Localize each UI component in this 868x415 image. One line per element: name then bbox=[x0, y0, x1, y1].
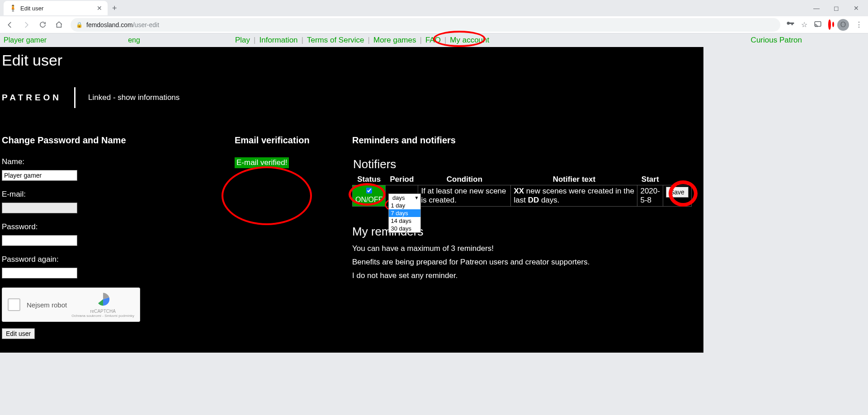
site-header: Player gamer eng Play| Information| Term… bbox=[0, 33, 868, 47]
nav-more-games[interactable]: More games bbox=[373, 36, 416, 45]
divider bbox=[74, 87, 75, 108]
close-window-icon[interactable]: ✕ bbox=[852, 5, 861, 12]
period-option[interactable]: 14 days bbox=[389, 217, 420, 225]
nav-tos[interactable]: Terms of Service bbox=[307, 36, 364, 45]
nav-information[interactable]: Information bbox=[259, 36, 298, 45]
email-input[interactable] bbox=[2, 203, 77, 213]
nav-player[interactable]: Player gamer bbox=[4, 36, 47, 44]
period-option[interactable]: 30 days bbox=[389, 225, 420, 232]
notifiers-heading: Notifiers bbox=[353, 157, 702, 171]
password-again-label: Password again: bbox=[2, 255, 235, 264]
url-host: femdosland.com bbox=[86, 21, 133, 28]
status-cell[interactable]: ON/OFF bbox=[353, 185, 386, 207]
start-cell: 2020-5-8 bbox=[637, 185, 663, 207]
nav-faq[interactable]: FAQ bbox=[425, 36, 441, 45]
nav-center: Play| Information| Terms of Service| Mor… bbox=[235, 36, 489, 45]
nav-my-account[interactable]: My account bbox=[450, 36, 489, 45]
browser-chrome: 🧍 Edit user ✕ + ― ◻ ✕ 🔒 femdosland.com/u… bbox=[0, 0, 868, 33]
window-controls: ― ◻ ✕ bbox=[812, 5, 868, 12]
forward-button[interactable] bbox=[20, 19, 33, 31]
condition-cell: If at least one new scene is created. bbox=[418, 185, 511, 207]
email-label: E-mail: bbox=[2, 190, 235, 199]
status-label: ON/OFF bbox=[355, 196, 382, 204]
star-icon[interactable]: ☆ bbox=[801, 20, 807, 29]
section-title-email-verification: Email verification bbox=[235, 135, 352, 146]
th-notifier-text: Notifier text bbox=[511, 174, 637, 185]
opera-extension-icon[interactable] bbox=[828, 21, 831, 29]
period-option-selected[interactable]: 7 days bbox=[389, 209, 420, 217]
password-input[interactable] bbox=[2, 235, 77, 246]
edit-user-button[interactable]: Edit user bbox=[2, 328, 35, 339]
th-condition: Condition bbox=[418, 174, 511, 185]
cast-icon[interactable] bbox=[814, 20, 822, 30]
recaptcha-label: Nejsem robot bbox=[27, 301, 67, 309]
browser-toolbar: 🔒 femdosland.com/user-edit ☆ O ⋮ bbox=[0, 16, 868, 33]
period-dropdown-open[interactable]: days▼ 1 day 7 days 14 days 30 days bbox=[388, 193, 421, 233]
patreon-logo: PATREON bbox=[2, 93, 61, 103]
reminders-line-2: Benefits are being prepared for Patreon … bbox=[352, 258, 702, 267]
recaptcha-logo: reCAPTCHA Ochrana soukromí - Smluvní pod… bbox=[71, 292, 134, 318]
email-verification-section: Email verification E-mail verified! bbox=[235, 135, 352, 339]
home-button[interactable] bbox=[52, 19, 65, 31]
back-button[interactable] bbox=[4, 19, 16, 31]
status-checkbox[interactable] bbox=[366, 188, 372, 193]
password-again-input[interactable] bbox=[2, 268, 77, 278]
reload-button[interactable] bbox=[36, 19, 49, 31]
section-title-reminders: Reminders and notifiers bbox=[352, 135, 702, 146]
page-body: Edit user PATREON Linked - show informat… bbox=[0, 47, 703, 353]
section-title-change-password: Change Password and Name bbox=[2, 135, 235, 146]
tab-title: Edit user bbox=[20, 5, 43, 12]
chevron-down-icon: ▼ bbox=[415, 195, 419, 200]
name-label: Name: bbox=[2, 157, 235, 166]
page-title: Edit user bbox=[2, 52, 702, 69]
patreon-link[interactable]: Linked - show informations bbox=[88, 93, 179, 102]
key-icon[interactable] bbox=[786, 19, 795, 30]
close-tab-icon[interactable]: ✕ bbox=[97, 5, 102, 12]
address-bar[interactable]: 🔒 femdosland.com/user-edit bbox=[71, 18, 780, 32]
period-option[interactable]: 1 day bbox=[389, 202, 420, 209]
lock-icon: 🔒 bbox=[76, 22, 83, 28]
url-path: /user-edit bbox=[133, 21, 159, 28]
recaptcha-widget[interactable]: Nejsem robot reCAPTCHA Ochrana soukromí … bbox=[2, 288, 140, 322]
new-tab-button[interactable]: + bbox=[112, 4, 117, 13]
reminders-line-1: You can have a maximum of 3 reminders! bbox=[352, 244, 702, 253]
change-password-section: Change Password and Name Name: E-mail: P… bbox=[2, 135, 235, 339]
reminders-section: Reminders and notifiers Notifiers Status… bbox=[352, 135, 702, 339]
tab-strip: 🧍 Edit user ✕ + ― ◻ ✕ bbox=[0, 0, 868, 16]
reminders-line-3: I do not have set any reminder. bbox=[352, 271, 702, 280]
save-button[interactable]: Save bbox=[666, 187, 689, 198]
th-period: Period bbox=[386, 174, 418, 185]
notifier-text-cell: XX new scenes were created in the last D… bbox=[511, 185, 637, 207]
password-label: Password: bbox=[2, 222, 235, 231]
profile-avatar[interactable]: O bbox=[837, 19, 849, 31]
th-start: Start bbox=[637, 174, 663, 185]
browser-tab[interactable]: 🧍 Edit user ✕ bbox=[4, 1, 108, 15]
nav-curious-patron[interactable]: Curious Patron bbox=[751, 36, 802, 44]
nav-play[interactable]: Play bbox=[235, 36, 250, 45]
name-input[interactable] bbox=[2, 170, 77, 181]
minimize-icon[interactable]: ― bbox=[812, 5, 821, 12]
maximize-icon[interactable]: ◻ bbox=[832, 5, 841, 12]
table-header-row: Status Period Condition Notifier text St… bbox=[353, 174, 692, 185]
email-verified-badge: E-mail verified! bbox=[235, 157, 289, 168]
nav-lang[interactable]: eng bbox=[128, 36, 140, 44]
table-row: ON/OFF days▼ 1 day 7 days 14 days 30 day… bbox=[353, 185, 692, 207]
recaptcha-checkbox[interactable] bbox=[8, 298, 20, 311]
th-status: Status bbox=[353, 174, 386, 185]
menu-icon[interactable]: ⋮ bbox=[855, 20, 863, 29]
patreon-row: PATREON Linked - show informations bbox=[2, 87, 702, 108]
notifiers-table: Status Period Condition Notifier text St… bbox=[352, 174, 692, 207]
favicon: 🧍 bbox=[9, 5, 17, 12]
